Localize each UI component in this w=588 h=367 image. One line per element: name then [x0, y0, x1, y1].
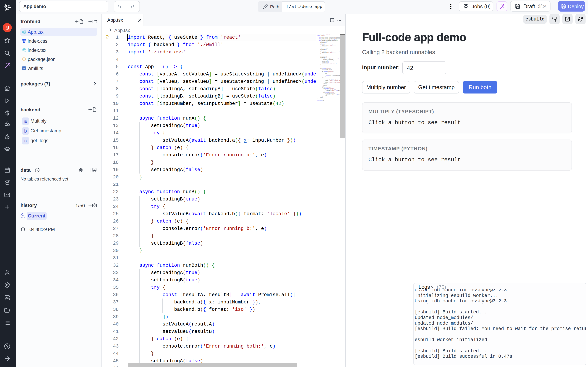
svg-text:3: 3 — [24, 40, 25, 42]
svg-text:TS: TS — [23, 67, 25, 69]
